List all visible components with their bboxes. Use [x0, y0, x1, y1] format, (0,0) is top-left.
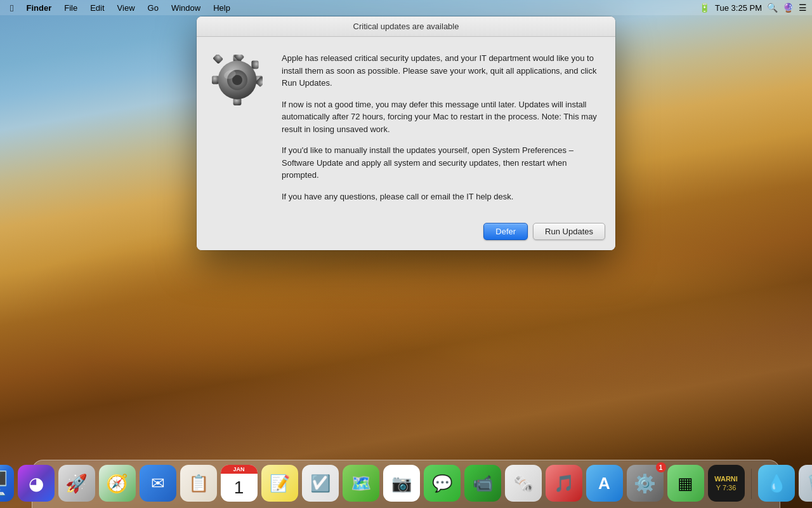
- defer-button[interactable]: Defer: [483, 223, 528, 240]
- critical-updates-dialog: Critical updates are available: [197, 17, 615, 250]
- clock: Tue 3:25 PM: [715, 3, 762, 13]
- svg-rect-6: [251, 61, 258, 69]
- dock-icon-finder[interactable]: 🖥️: [0, 465, 14, 502]
- calendar-day: 1: [221, 474, 258, 502]
- dock-icon-system-preferences[interactable]: ⚙️ 1: [627, 465, 664, 502]
- system-preferences-icon: [212, 55, 263, 105]
- apple-menu[interactable]: : [5, 0, 18, 15]
- dock-icon-calendar[interactable]: JAN 1: [221, 465, 258, 502]
- dialog-overlay: Critical updates are available: [0, 0, 812, 508]
- dock-icon-mosaic[interactable]: ▦: [667, 465, 704, 502]
- view-menu[interactable]: View: [112, 0, 140, 15]
- dock-icon-contacts[interactable]: 📋: [180, 465, 217, 502]
- finder-menu[interactable]: Finder: [21, 0, 56, 15]
- dialog-paragraph-1: Apple has released critical security upd…: [282, 52, 600, 90]
- dialog-paragraph-2: If now is not a good time, you may defer…: [282, 98, 600, 136]
- dock-icon-news[interactable]: 🗞️: [505, 465, 542, 502]
- search-icon[interactable]: 🔍: [767, 3, 778, 13]
- dock-icon-console[interactable]: WARNI Y 7:36: [708, 465, 745, 502]
- help-menu[interactable]: Help: [208, 0, 235, 15]
- dock-icon-music[interactable]: 🎵: [546, 465, 582, 502]
- dock-icon-photos[interactable]: 📷: [383, 465, 420, 502]
- window-menu[interactable]: Window: [166, 0, 206, 15]
- dialog-titlebar: Critical updates are available: [197, 17, 615, 37]
- dock-separator: [751, 469, 752, 499]
- go-menu[interactable]: Go: [143, 0, 164, 15]
- menubar:  Finder File Edit View Go Window Help 🔋…: [0, 0, 812, 15]
- dock-icon-siri[interactable]: ◕: [18, 465, 55, 502]
- run-updates-button[interactable]: Run Updates: [533, 223, 605, 240]
- dock-icon-notes[interactable]: 📝: [261, 465, 298, 502]
- dock-items: 🖥️ ◕ 🚀 🧭 ✉: [0, 461, 812, 505]
- dock-icon-airdrop[interactable]: 💧: [758, 465, 795, 502]
- edit-menu[interactable]: Edit: [85, 0, 109, 15]
- dock-icon-safari[interactable]: 🧭: [99, 465, 136, 502]
- dock-icon-mail[interactable]: ✉: [140, 465, 176, 502]
- dock-icon-messages[interactable]: 💬: [424, 465, 461, 502]
- dialog-title: Critical updates are available: [353, 22, 459, 31]
- battery-icon: 🔋: [699, 3, 710, 13]
- menubar-left:  Finder File Edit View Go Window Help: [5, 0, 235, 15]
- calendar-month: JAN: [221, 465, 258, 474]
- file-menu[interactable]: File: [59, 0, 82, 15]
- dock-icon-appstore[interactable]: A: [586, 465, 623, 502]
- dialog-paragraph-3: If you'd like to manually install the up…: [282, 144, 600, 182]
- svg-rect-2: [212, 76, 219, 84]
- dock-icon-trash[interactable]: 🗑️: [799, 465, 813, 502]
- dialog-footer: Defer Run Updates: [197, 215, 615, 250]
- menubar-right: 🔋 Tue 3:25 PM 🔍 🔮 ☰: [699, 3, 807, 13]
- system-preferences-badge: 1: [656, 462, 666, 472]
- dialog-text-area: Apple has released critical security upd…: [282, 52, 600, 203]
- notifications-icon[interactable]: ☰: [799, 3, 807, 13]
- dock-icon-facetime[interactable]: 📹: [464, 465, 501, 502]
- svg-rect-1: [233, 98, 242, 105]
- dock-icon-reminders[interactable]: ☑️: [302, 465, 339, 502]
- dialog-body: Apple has released critical security upd…: [197, 37, 615, 215]
- dock-icon-maps[interactable]: 🗺️: [343, 465, 379, 502]
- dialog-paragraph-4: If you have any questions, please call o…: [282, 190, 600, 203]
- dock: 🖥️ ◕ 🚀 🧭 ✉: [0, 457, 812, 508]
- siri-menubar-icon[interactable]: 🔮: [783, 3, 794, 13]
- dialog-icon-area: [212, 52, 269, 203]
- svg-rect-4: [213, 55, 223, 64]
- dock-icon-launchpad[interactable]: 🚀: [58, 465, 95, 502]
